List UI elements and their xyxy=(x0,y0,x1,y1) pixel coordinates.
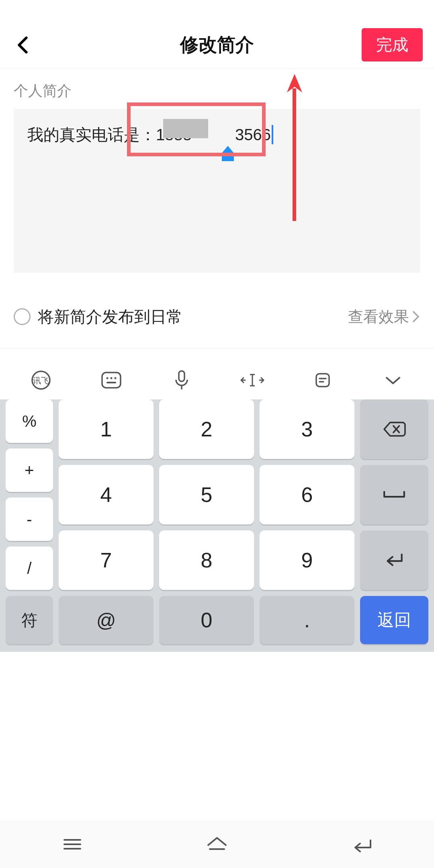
key-9[interactable]: 9 xyxy=(260,530,354,590)
key-8[interactable]: 8 xyxy=(159,530,254,590)
svg-text:讯飞: 讯飞 xyxy=(33,376,49,385)
key-2[interactable]: 2 xyxy=(159,399,254,459)
bio-text-line: 我的真实电话是： 1888 3566 xyxy=(27,124,407,145)
preview-label: 查看效果 xyxy=(348,307,409,327)
keyboard-switch-icon[interactable] xyxy=(99,368,123,392)
key-1[interactable]: 1 xyxy=(59,399,154,459)
svg-rect-12 xyxy=(316,374,329,387)
chevron-left-icon xyxy=(16,36,31,54)
publish-radio[interactable] xyxy=(14,308,31,325)
key-minus[interactable]: - xyxy=(6,497,53,541)
redaction-mask xyxy=(163,119,208,138)
back-button[interactable] xyxy=(11,33,35,57)
key-5[interactable]: 5 xyxy=(159,465,254,524)
header: 修改简介 完成 xyxy=(0,22,434,68)
section-label: 个人简介 xyxy=(0,68,434,109)
collapse-keyboard-icon[interactable] xyxy=(381,368,405,392)
key-at[interactable]: @ xyxy=(59,596,154,644)
bio-prefix: 我的真实电话是： xyxy=(27,124,156,146)
svg-point-3 xyxy=(106,377,108,379)
key-enter[interactable] xyxy=(360,530,428,590)
text-cursor xyxy=(272,125,273,144)
publish-label: 将新简介发布到日常 xyxy=(38,306,182,328)
backspace-icon xyxy=(383,421,406,438)
key-backspace[interactable] xyxy=(360,399,428,459)
key-slash[interactable]: / xyxy=(6,547,53,590)
key-0[interactable]: 0 xyxy=(159,596,254,644)
svg-rect-6 xyxy=(106,382,116,383)
nav-home-icon[interactable] xyxy=(203,830,231,858)
enter-icon xyxy=(383,552,405,569)
key-3[interactable]: 3 xyxy=(260,399,354,459)
publish-row: 将新简介发布到日常 查看效果 xyxy=(0,303,434,331)
nav-recent-icon[interactable] xyxy=(58,830,86,858)
bio-textarea[interactable]: 我的真实电话是： 1888 3566 xyxy=(14,109,420,273)
voice-input-icon[interactable] xyxy=(170,368,194,392)
key-percent[interactable]: % xyxy=(6,399,53,443)
ime-logo-icon[interactable]: 讯飞 xyxy=(29,368,53,392)
key-plus[interactable]: + xyxy=(6,448,53,492)
cursor-handle[interactable] xyxy=(222,146,234,161)
key-6[interactable]: 6 xyxy=(260,465,354,524)
system-nav-bar xyxy=(0,821,434,868)
done-button[interactable]: 完成 xyxy=(362,28,423,61)
chevron-right-icon xyxy=(411,311,420,323)
preview-link[interactable]: 查看效果 xyxy=(348,307,420,327)
key-dot[interactable]: . xyxy=(260,596,354,644)
key-7[interactable]: 7 xyxy=(59,530,154,590)
space-icon xyxy=(382,489,407,500)
clipboard-icon[interactable] xyxy=(311,368,335,392)
key-space[interactable] xyxy=(360,465,428,524)
svg-rect-2 xyxy=(102,373,121,388)
status-bar xyxy=(0,0,434,22)
ime-toolbar: 讯飞 xyxy=(0,361,434,399)
keypad-layer: % + - / 1 2 3 4 5 6 7 8 9 符 @ 0 . 返回 xyxy=(0,399,434,645)
svg-point-5 xyxy=(114,377,116,379)
key-4[interactable]: 4 xyxy=(59,465,154,524)
nav-back-icon[interactable] xyxy=(348,830,376,858)
svg-rect-7 xyxy=(179,371,184,381)
svg-point-4 xyxy=(110,377,112,379)
cursor-move-icon[interactable] xyxy=(240,368,264,392)
bio-phone-right: 3566 xyxy=(235,126,271,144)
key-return[interactable]: 返回 xyxy=(360,596,428,644)
key-symbol[interactable]: 符 xyxy=(6,596,53,644)
